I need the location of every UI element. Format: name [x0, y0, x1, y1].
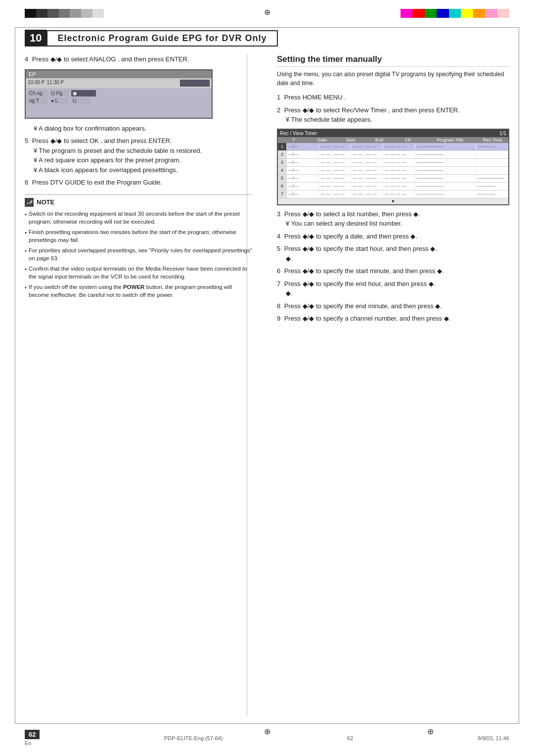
note-text-4: Confirm that the video output terminals … — [29, 265, 252, 281]
step-4-number: 4 — [25, 55, 28, 63]
right-step-1: 1 Press HOME MENU . — [277, 93, 509, 102]
right-step-8-num: 8 — [277, 302, 280, 310]
sch-col-title: Program Title — [423, 138, 478, 142]
page-footer: 62 En PDP-ELITE-Eng (57-64) 62 9/9/03, 1… — [25, 730, 509, 746]
right-step-7-num: 7 — [277, 280, 280, 287]
footer-center-text: 62 — [347, 735, 353, 741]
sch-cell-2-rec — [476, 154, 508, 155]
step-5-text: Press ◆/◆ to select OK , and then press … — [32, 137, 172, 144]
sch-cell-2-title: —————— — [415, 151, 476, 157]
step-5: 5 Press ◆/◆ to select OK , and then pres… — [25, 136, 252, 175]
right-step-4: 4 Press ◆/◆ to specify a date, and then … — [277, 232, 509, 241]
sch-num-1: 1 — [278, 143, 287, 150]
right-step-5: 5 Press ◆/◆ to specify the start hour, a… — [277, 244, 509, 263]
right-step-4-text: Press ◆/◆ to specify a date, and then pr… — [284, 233, 417, 240]
tv-screen-ep: EP 10:00 P 11:30 P Ch ng ⊡ Pg ◉ ng T ● L… — [25, 69, 213, 119]
tv-time2: 11:30 P — [46, 80, 63, 87]
note-title-text: NOTE — [37, 198, 54, 206]
sch-col-header: T Date Start End Ch Program Title Rec.Ti… — [278, 137, 508, 143]
sch-num-2: 2 — [278, 151, 287, 158]
note-section: 𝒩 NOTE • Switch on the recording equipme… — [25, 194, 252, 299]
right-step-8: 8 Press ◆/◆ to specify the end minute, a… — [277, 301, 509, 311]
footer-right-text: 9/9/03, 11:46 — [478, 735, 509, 741]
note-item-4: • Confirm that the video output terminal… — [25, 265, 252, 281]
step-5-sub2: ¥ A red square icon appears for the pres… — [34, 155, 252, 165]
tv-screen-header: EP — [26, 70, 212, 78]
note-item-2: • Finish presetting operations two minut… — [25, 228, 252, 244]
right-step-2-sub: ¥ The schedule table appears. — [286, 115, 509, 125]
left-column: 4 Press ◆/◆ to select ANALOG , and then … — [25, 54, 252, 301]
right-step-3-num: 3 — [277, 210, 280, 218]
sch-cell-2-start: — — : — — — [319, 151, 351, 157]
right-step-5-arrow: ◆. — [286, 254, 509, 264]
sch-col-start: Start — [337, 138, 365, 142]
chapter-number: 10 — [25, 30, 46, 47]
right-step-3: 3 Press ◆/◆ to select a list number, the… — [277, 209, 509, 229]
right-step-5-num: 5 — [277, 245, 280, 252]
dialog-note: ¥ A dialog box for confirmation appears. — [25, 124, 252, 134]
sch-col-d: Date — [309, 138, 336, 142]
tv-row-2: ng T ● L Li — [28, 97, 210, 104]
right-step-2-num: 2 — [277, 106, 280, 114]
sch-col-rectime: Rec.Time — [479, 138, 506, 142]
tv-time1: 10:00 P — [28, 80, 44, 87]
note-text-5: If you switch off the system using the P… — [29, 283, 252, 299]
sch-cell-1-end: — — : — — — [351, 143, 383, 149]
note-text-1: Switch on the recording equipment at lea… — [29, 210, 252, 226]
outer-border-bottom — [15, 723, 519, 724]
note-icon: 𝒩 — [25, 198, 34, 207]
right-step-8-text: Press ◆/◆ to specify the end minute, and… — [284, 302, 442, 310]
note-text-2: Finish presetting operations two minutes… — [29, 228, 252, 244]
sch-row-4: 4 —/— — — : — — — — : — — — — — — —————— — [278, 167, 508, 175]
note-bullet-1: • — [25, 210, 27, 226]
note-bullet-2: • — [25, 229, 27, 244]
section-intro: Using the menu, you can also preset digi… — [277, 70, 509, 88]
step-6-number: 6 — [25, 179, 28, 186]
right-step-3-sub: ¥ You can select any desired list number… — [286, 219, 509, 229]
sch-num-3: 3 — [278, 159, 287, 166]
page-number-box: 62 — [25, 730, 40, 739]
sch-cell-1-ch: — — — — — [383, 143, 415, 149]
right-step-5-text: Press ◆/◆ to specify the start hour, and… — [284, 245, 437, 252]
step-6-text: Press DTV GUIDE to exit the Program Guid… — [32, 179, 162, 186]
sch-row-6: 6 —/— — — : — — — — : — — — — — — ——————… — [278, 183, 508, 190]
note-bullet-4: • — [25, 265, 27, 281]
outer-border-left — [15, 27, 15, 724]
schedule-table: Rec / View Timer 1/1 T Date Start End Ch… — [277, 129, 509, 205]
sch-cell-1-start: — — : — — — [319, 143, 351, 149]
step-4: 4 Press ◆/◆ to select ANALOG , and then … — [25, 54, 252, 64]
right-step-1-text: Press HOME MENU . — [284, 94, 346, 101]
main-content: 4 Press ◆/◆ to select ANALOG , and then … — [25, 54, 509, 716]
sch-cell-1-title: —————— — [415, 143, 476, 149]
note-text-3: For priorities about overlapped presetti… — [29, 246, 252, 262]
tv-row-1: Ch ng ⊡ Pg ◉ — [28, 90, 210, 96]
sch-cell-2-t: —/— — [287, 151, 319, 157]
right-step-9-text: Press ◆/◆ to specify a channel number, a… — [284, 315, 450, 322]
sch-header: Rec / View Timer 1/1 — [278, 130, 508, 137]
step-5-number: 5 — [25, 137, 28, 144]
right-step-7: 7 Press ◆/◆ to specify the end hour, and… — [277, 279, 509, 298]
step-5-sub3: ¥ A black icon appears for overlapped pr… — [34, 165, 252, 175]
dialog-note-text: ¥ A dialog box for confirmation appears. — [34, 124, 252, 134]
note-item-3: • For priorities about overlapped preset… — [25, 246, 252, 262]
sch-page: 1/1 — [499, 131, 506, 136]
right-step-7-text: Press ◆/◆ to specify the end hour, and t… — [284, 280, 435, 287]
sch-cell-2-ch: — — — — — [383, 151, 415, 157]
sch-col-t: T — [280, 138, 308, 142]
right-step-2: 2 Press ◆/◆ to select Rec/View Timer , a… — [277, 105, 509, 125]
step-5-sub1: ¥ The program is preset and the schedule… — [34, 146, 252, 156]
note-title: 𝒩 NOTE — [25, 198, 252, 207]
right-step-4-num: 4 — [277, 233, 280, 240]
step-4-text: Press ◆/◆ to select ANALOG , and then pr… — [32, 55, 189, 63]
outer-border-top — [15, 27, 519, 28]
right-step-1-num: 1 — [277, 94, 280, 101]
outer-border-right — [519, 27, 519, 724]
sch-cell-1-rec: ———— — [476, 143, 508, 149]
sch-col-ch: Ch — [394, 138, 422, 142]
right-step-9: 9 Press ◆/◆ to specify a channel number,… — [277, 314, 509, 324]
note-bullet-5: • — [25, 284, 27, 299]
note-bullet-3: • — [25, 247, 27, 262]
sch-cell-2-end: — — : — — — [351, 151, 383, 157]
sch-row-1: 1 —/— — — : — — — — : — — — — — — ——————… — [278, 143, 508, 151]
chapter-box: 10 Electronic Program Guide EPG for DVR … — [25, 30, 278, 47]
